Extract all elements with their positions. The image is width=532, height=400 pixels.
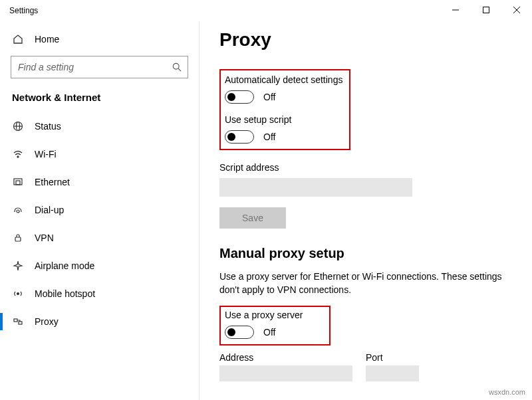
sidebar-item-label: Mobile hotspot xyxy=(35,288,95,299)
setup-script-state: Off xyxy=(263,132,275,142)
sidebar-item-airplane[interactable]: Airplane mode xyxy=(0,252,199,280)
port-label: Port xyxy=(366,352,419,363)
svg-point-14 xyxy=(17,293,19,295)
hotspot-icon xyxy=(12,288,24,299)
search-input[interactable] xyxy=(11,56,188,78)
sidebar-item-label: Status xyxy=(35,121,61,132)
sidebar-item-label: VPN xyxy=(35,233,54,243)
category-header: Network & Internet xyxy=(0,86,199,112)
page-title: Proxy xyxy=(219,29,512,50)
window-title: Settings xyxy=(9,6,38,15)
globe-icon xyxy=(12,121,24,132)
highlight-proxy-section: Use a proxy server Off xyxy=(219,306,331,346)
svg-line-5 xyxy=(178,68,181,71)
minimize-icon xyxy=(452,7,459,13)
use-proxy-state: Off xyxy=(263,327,275,338)
port-input[interactable] xyxy=(366,365,419,381)
setup-script-label: Use setup script xyxy=(225,114,342,125)
auto-detect-toggle[interactable] xyxy=(225,90,254,104)
sidebar-item-ethernet[interactable]: Ethernet xyxy=(0,168,199,196)
ethernet-icon xyxy=(12,177,24,187)
sidebar-item-label: Ethernet xyxy=(35,177,70,187)
maximize-icon xyxy=(483,7,489,13)
svg-rect-10 xyxy=(14,179,22,185)
watermark: wsxdn.com xyxy=(489,388,525,396)
search-wrap xyxy=(11,56,188,78)
svg-rect-15 xyxy=(14,319,17,322)
svg-rect-1 xyxy=(483,7,489,13)
manual-description: Use a proxy server for Ethernet or Wi-Fi… xyxy=(219,270,505,296)
sidebar-item-label: Dial-up xyxy=(35,205,64,215)
auto-detect-state: Off xyxy=(263,92,275,102)
search-icon xyxy=(172,62,182,72)
close-icon xyxy=(513,7,520,13)
sidebar-item-vpn[interactable]: VPN xyxy=(0,224,199,252)
use-proxy-label: Use a proxy server xyxy=(225,310,303,320)
home-icon xyxy=(12,34,24,45)
script-address-input[interactable] xyxy=(219,178,412,197)
script-address-label: Script address xyxy=(219,162,512,173)
sidebar-item-wifi[interactable]: Wi-Fi xyxy=(0,140,199,168)
proxy-icon xyxy=(12,316,24,327)
main-panel: Proxy Automatically detect settings Off … xyxy=(200,21,532,400)
svg-rect-11 xyxy=(16,181,20,185)
svg-point-4 xyxy=(173,63,179,69)
dialup-icon xyxy=(12,205,24,215)
auto-detect-label: Automatically detect settings xyxy=(225,74,342,85)
manual-section-title: Manual proxy setup xyxy=(219,246,512,261)
home-label: Home xyxy=(35,34,59,45)
vpn-icon xyxy=(12,233,24,243)
sidebar-item-label: Proxy xyxy=(35,316,59,327)
address-label: Address xyxy=(219,352,352,363)
svg-point-9 xyxy=(17,156,19,157)
maximize-button[interactable] xyxy=(471,0,501,20)
address-input[interactable] xyxy=(219,365,352,381)
titlebar: Settings xyxy=(0,0,532,21)
airplane-icon xyxy=(12,260,24,271)
home-nav[interactable]: Home xyxy=(0,25,199,53)
window-controls xyxy=(440,0,532,20)
sidebar-item-dialup[interactable]: Dial-up xyxy=(0,196,199,224)
minimize-button[interactable] xyxy=(440,0,471,20)
close-button[interactable] xyxy=(501,0,532,20)
svg-point-12 xyxy=(17,210,19,213)
sidebar-item-label: Wi-Fi xyxy=(35,149,57,159)
save-button[interactable]: Save xyxy=(219,207,286,229)
sidebar-item-status[interactable]: Status xyxy=(0,112,199,140)
highlight-auto-section: Automatically detect settings Off Use se… xyxy=(219,69,350,150)
wifi-icon xyxy=(12,149,24,159)
use-proxy-toggle[interactable] xyxy=(225,326,254,339)
svg-rect-16 xyxy=(19,322,22,324)
setup-script-toggle[interactable] xyxy=(225,130,254,144)
sidebar-item-proxy[interactable]: Proxy xyxy=(0,308,199,336)
sidebar-item-label: Airplane mode xyxy=(35,260,94,271)
sidebar-item-hotspot[interactable]: Mobile hotspot xyxy=(0,280,199,308)
sidebar: Home Network & Internet Status Wi-Fi Eth… xyxy=(0,21,200,400)
svg-rect-13 xyxy=(15,237,21,241)
